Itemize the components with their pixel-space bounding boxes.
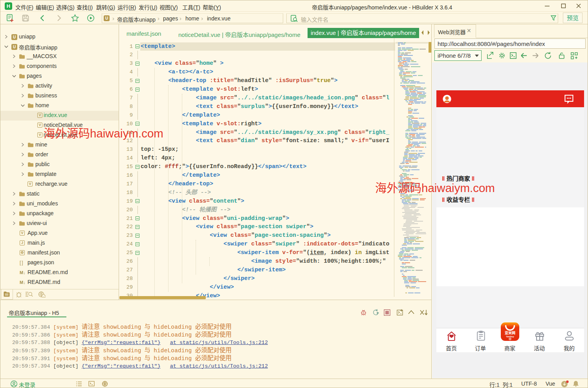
- svg-text:亚米网: 亚米网: [505, 330, 515, 335]
- svg-text:Yamibuy: Yamibuy: [506, 335, 514, 338]
